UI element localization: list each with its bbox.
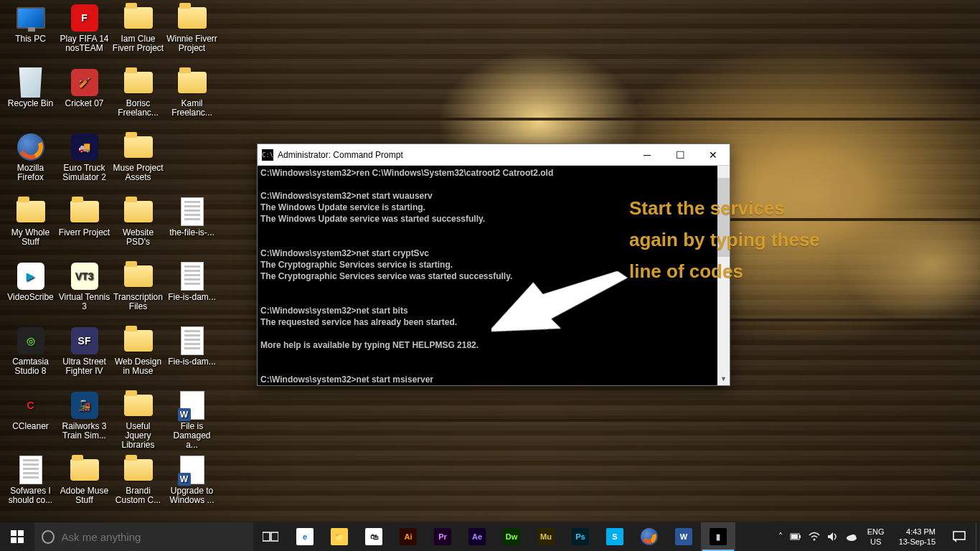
desktop-icon[interactable]: Iam Clue Fiverr Project: [111, 0, 165, 65]
desktop-icon-label: Play FIFA 14 nosTEAM: [59, 34, 110, 53]
desktop-icon[interactable]: File is Damaged a...: [165, 387, 219, 452]
desktop-icon-label: Fie-is-dam...: [168, 293, 216, 302]
taskbar-app-firefox[interactable]: [632, 522, 666, 551]
desktop-icon-label: Recycle Bin: [8, 99, 53, 108]
maximize-button[interactable]: ☐: [664, 144, 697, 166]
desktop-icon[interactable]: Winnie Fiverr Project: [165, 0, 219, 65]
desktop-icon[interactable]: Recycle Bin: [4, 65, 57, 129]
scrollbar[interactable]: ▲ ▼: [717, 166, 730, 385]
desktop-icon[interactable]: Kamil Freelanc...: [165, 65, 219, 129]
desktop-icon[interactable]: the-file-is-...: [165, 194, 219, 258]
desktop-icon[interactable]: Sofwares I should co...: [4, 452, 57, 517]
desktop-icon[interactable]: VT3Virtual Tennis 3: [57, 258, 111, 323]
clock[interactable]: 4:43 PM13-Sep-15: [895, 527, 940, 547]
taskbar-app-word[interactable]: W: [666, 522, 701, 551]
task-view-button[interactable]: [253, 522, 288, 551]
desktop-icon[interactable]: ▶VideoScribe: [4, 258, 57, 323]
desktop-icon-label: VideoScribe: [7, 293, 54, 302]
desktop-icon-label: File is Damaged a...: [166, 422, 218, 450]
taskbar-app-premiere[interactable]: Pr: [425, 522, 460, 551]
desktop-icon-label: the-file-is-...: [169, 228, 215, 237]
desktop-icon[interactable]: Web Design in Muse: [111, 323, 165, 387]
desktop-icon[interactable]: SFUltra Street Fighter IV: [57, 323, 111, 387]
desktop-icon-grid: This PCFPlay FIFA 14 nosTEAMIam Clue Fiv…: [4, 0, 262, 517]
svg-rect-4: [18, 537, 24, 543]
desktop-icon[interactable]: ◎Camtasia Studio 8: [4, 323, 57, 387]
desktop-icon[interactable]: Fie-is-dam...: [165, 323, 219, 387]
volume-icon[interactable]: [827, 531, 839, 542]
search-input[interactable]: [62, 531, 246, 543]
onedrive-icon[interactable]: [846, 531, 857, 542]
desktop-icon-label: Fiverr Project: [59, 228, 110, 237]
svg-rect-5: [263, 532, 270, 541]
taskbar-app-skype[interactable]: S: [598, 522, 632, 551]
desktop-icon-label: Muse Project Assets: [113, 164, 164, 182]
start-button[interactable]: [0, 522, 34, 551]
desktop-icon[interactable]: Website PSD's: [111, 194, 165, 258]
desktop-icon[interactable]: FPlay FIFA 14 nosTEAM: [57, 0, 111, 65]
svg-rect-2: [18, 530, 24, 536]
cortana-icon: [42, 530, 55, 544]
language-indicator[interactable]: ENGUS: [864, 527, 887, 547]
minimize-button[interactable]: ─: [631, 144, 664, 166]
window-titlebar[interactable]: C:\ Administrator: Command Prompt ─ ☐ ✕: [258, 144, 730, 166]
taskbar-app-dreamweaver[interactable]: Dw: [494, 522, 529, 551]
show-desktop-button[interactable]: [976, 522, 980, 551]
desktop-icon-label: Ultra Street Fighter IV: [59, 357, 110, 376]
taskbar-app-explorer[interactable]: 📁: [322, 522, 357, 551]
desktop-icon[interactable]: Borisc Freelanc...: [111, 65, 165, 129]
desktop-icon[interactable]: 🚚Euro Truck Simulator 2: [57, 129, 111, 194]
desktop-icon[interactable]: CCCleaner: [4, 387, 57, 452]
taskbar-app-muse[interactable]: Mu: [529, 522, 563, 551]
system-tray: ˄ ENGUS 4:43 PM13-Sep-15: [776, 522, 943, 551]
tray-chevron-icon[interactable]: ˄: [778, 532, 783, 542]
desktop-icon[interactable]: Fiverr Project: [57, 194, 111, 258]
desktop-icon-label: This PC: [15, 34, 46, 44]
desktop-icon-label: My Whole Stuff: [5, 228, 57, 247]
desktop-icon-label: Upgrade to Windows ...: [166, 486, 218, 505]
svg-rect-3: [11, 537, 17, 543]
desktop-icon[interactable]: 🏏Cricket 07: [57, 65, 111, 129]
taskbar-app-photoshop[interactable]: Ps: [563, 522, 598, 551]
desktop-icon-label: Camtasia Studio 8: [5, 357, 57, 376]
svg-rect-9: [791, 534, 798, 539]
cortana-search[interactable]: [34, 522, 253, 551]
desktop-icon-label: Cricket 07: [65, 99, 103, 108]
wifi-icon[interactable]: [809, 531, 820, 542]
taskbar-app-after-effects[interactable]: Ae: [460, 522, 494, 551]
desktop-icon[interactable]: Muse Project Assets: [111, 129, 165, 194]
svg-point-13: [850, 534, 856, 539]
desktop-icon[interactable]: 🚂Railworks 3 Train Sim...: [57, 387, 111, 452]
desktop-icon-label: Euro Truck Simulator 2: [59, 164, 110, 182]
close-button[interactable]: ✕: [697, 144, 730, 166]
terminal-output[interactable]: C:\Windows\system32>ren C:\Windows\Syste…: [258, 166, 730, 385]
desktop-icon[interactable]: My Whole Stuff: [4, 194, 57, 258]
svg-rect-14: [953, 532, 965, 540]
desktop-icon[interactable]: This PC: [4, 0, 57, 65]
desktop-icon-label: Useful Jquery Libraries: [113, 422, 164, 450]
action-center-button[interactable]: [943, 522, 976, 551]
desktop-icon[interactable]: Adobe Muse Stuff: [57, 452, 111, 517]
desktop-icon[interactable]: Useful Jquery Libraries: [111, 387, 165, 452]
desktop-icon-label: Website PSD's: [113, 228, 164, 247]
scroll-thumb[interactable]: [717, 178, 730, 257]
taskbar-app-store[interactable]: 🛍: [357, 522, 391, 551]
svg-point-10: [813, 539, 815, 541]
battery-icon[interactable]: [790, 531, 801, 542]
desktop-icon[interactable]: Fie-is-dam...: [165, 258, 219, 323]
desktop-icon-label: Web Design in Muse: [113, 357, 164, 376]
desktop-icon-label: Transcription Files: [113, 293, 164, 311]
desktop-icon[interactable]: Mozilla Firefox: [4, 129, 57, 194]
desktop-icon-label: Winnie Fiverr Project: [166, 34, 218, 53]
taskbar-app-cmd[interactable]: ▮: [701, 522, 735, 551]
desktop-icon[interactable]: Brandi Custom C...: [111, 452, 165, 517]
svg-rect-6: [271, 532, 278, 541]
desktop-icon[interactable]: Upgrade to Windows ...: [165, 452, 219, 517]
svg-rect-1: [11, 530, 17, 536]
taskbar-app-illustrator[interactable]: Ai: [391, 522, 425, 551]
desktop-icon-label: Iam Clue Fiverr Project: [113, 34, 164, 53]
desktop-icon[interactable]: Transcription Files: [111, 258, 165, 323]
desktop-icon-label: CCleaner: [12, 422, 49, 431]
scroll-down-arrow[interactable]: ▼: [717, 373, 730, 385]
taskbar-app-edge[interactable]: e: [288, 522, 322, 551]
